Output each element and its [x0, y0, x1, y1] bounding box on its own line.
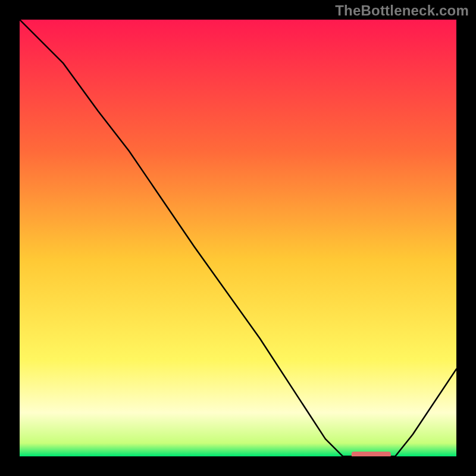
chart-frame: TheBottleneck.com — [0, 0, 476, 476]
chart-svg — [20, 20, 456, 456]
gradient-background — [20, 20, 456, 456]
highlight-marker — [352, 452, 391, 456]
watermark-text: TheBottleneck.com — [335, 2, 469, 19]
plot-area — [20, 20, 456, 456]
